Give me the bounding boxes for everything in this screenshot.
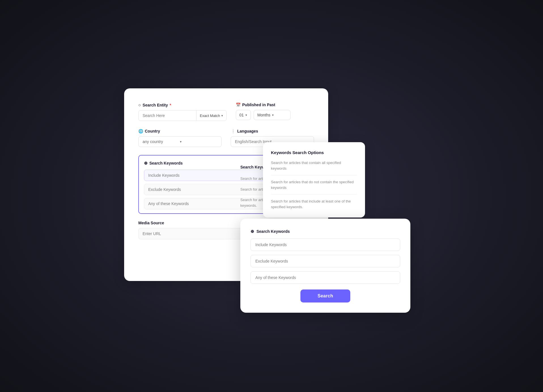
published-past-controls: 01 ▾ Months ▾ — [236, 110, 314, 120]
published-past-section: 📅 Published in Past 01 ▾ Months ▾ — [236, 103, 314, 121]
front-any-keywords-input[interactable] — [251, 271, 400, 284]
keywords-search-options-tooltip: Keywords Search Options Search for artic… — [263, 142, 365, 218]
front-exclude-keywords-input[interactable] — [251, 255, 400, 267]
circle-icon: ○ — [138, 103, 141, 107]
country-chevron-icon: ▾ — [180, 140, 217, 144]
exact-match-select[interactable]: Exact Match ▾ — [196, 110, 226, 121]
tooltip-item-3: Search for articles that include at leas… — [271, 199, 357, 210]
search-button[interactable]: Search — [300, 289, 350, 302]
match-chevron-icon: ▾ — [221, 114, 223, 118]
tooltip-item-1: Search for articles that contain all spe… — [271, 160, 357, 175]
front-search-keywords-label: ⊕ Search Keywords — [251, 229, 400, 234]
search-entity-label: ○ Search Entity * — [138, 103, 227, 107]
globe-icon: 🌐 — [138, 129, 143, 133]
exclamation-icon: ❕ — [231, 129, 236, 133]
search-entity-section: ○ Search Entity * Exact Match ▾ — [138, 103, 227, 121]
front-search-keywords-card: ⊕ Search Keywords Search — [240, 219, 410, 313]
published-period-select[interactable]: Months ▾ — [254, 110, 290, 120]
front-keyword-search-icon: ⊕ — [251, 229, 254, 234]
published-number-select[interactable]: 01 ▾ — [236, 110, 251, 120]
keyword-search-icon: ⊕ — [144, 161, 148, 166]
calendar-icon: 📅 — [236, 103, 241, 107]
country-section: 🌐 Country any country ▾ — [138, 129, 222, 147]
published-past-label: 📅 Published in Past — [236, 103, 314, 107]
search-entity-input-group: Exact Match ▾ — [138, 110, 227, 121]
front-include-keywords-input[interactable] — [251, 238, 400, 251]
country-label: 🌐 Country — [138, 129, 222, 133]
country-select[interactable]: any country ▾ — [138, 136, 222, 147]
required-mark: * — [170, 103, 171, 107]
languages-label: ❕ Languages — [231, 129, 314, 133]
period-chevron-icon: ▾ — [272, 113, 274, 117]
search-entity-input[interactable] — [139, 110, 196, 121]
tooltip-item-2: Search for articles that do not contain … — [271, 179, 357, 195]
number-chevron-icon: ▾ — [245, 113, 247, 117]
